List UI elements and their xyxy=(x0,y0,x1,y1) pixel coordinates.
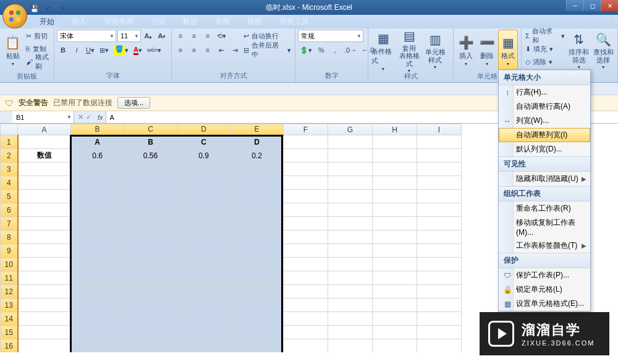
align-right-button[interactable]: ≡ xyxy=(201,44,214,56)
maximize-button[interactable]: ◻ xyxy=(583,0,601,11)
cell[interactable] xyxy=(328,231,373,244)
cell[interactable] xyxy=(231,298,284,312)
column-headers[interactable]: A B C D E F G H I xyxy=(1,124,462,135)
cell[interactable] xyxy=(177,163,231,176)
menu-lock-cell[interactable]: 🔒锁定单元格(L) xyxy=(499,282,590,297)
cell[interactable] xyxy=(328,217,373,231)
cell[interactable] xyxy=(124,285,177,298)
tab-insert[interactable]: 插入 xyxy=(63,15,95,28)
cell[interactable] xyxy=(284,217,328,231)
find-select-button[interactable]: 🔍查找和 选择▼ xyxy=(591,30,615,72)
cell[interactable] xyxy=(284,190,328,203)
align-middle-button[interactable]: ≡ xyxy=(188,30,200,42)
col-header[interactable]: H xyxy=(373,124,417,135)
cell[interactable] xyxy=(231,326,284,339)
menu-default-col[interactable]: 默认列宽(D)... xyxy=(499,142,590,156)
cell[interactable] xyxy=(124,258,177,271)
cell[interactable] xyxy=(71,244,124,258)
row-header[interactable]: 6 xyxy=(1,203,18,217)
row-header[interactable]: 8 xyxy=(1,231,18,244)
col-header[interactable]: F xyxy=(284,124,328,135)
cell[interactable] xyxy=(328,190,373,203)
cell[interactable] xyxy=(373,326,417,339)
cell[interactable] xyxy=(124,190,177,203)
cell[interactable] xyxy=(231,285,284,298)
menu-protect-sheet[interactable]: 🛡保护工作表(P)... xyxy=(499,268,590,282)
cell[interactable] xyxy=(373,190,417,203)
cell[interactable] xyxy=(71,312,124,326)
font-name-combo[interactable]: 宋体▼ xyxy=(57,30,116,42)
col-header[interactable]: E xyxy=(231,124,284,135)
fx-icon[interactable]: fx xyxy=(95,111,106,123)
office-button[interactable] xyxy=(2,4,27,28)
tab-formulas[interactable]: 公式 xyxy=(142,15,174,28)
sort-filter-button[interactable]: ⇅排序和 筛选▼ xyxy=(567,30,591,72)
cell[interactable] xyxy=(373,176,417,190)
cell[interactable] xyxy=(231,203,284,217)
cell[interactable] xyxy=(284,163,328,176)
cell[interactable] xyxy=(71,163,124,176)
cell[interactable] xyxy=(328,163,373,176)
clear-button[interactable]: ◇清除▾ xyxy=(524,56,566,68)
cell[interactable] xyxy=(71,190,124,203)
cell[interactable] xyxy=(18,271,71,285)
cell[interactable] xyxy=(373,339,417,353)
cell[interactable] xyxy=(373,135,417,149)
merge-center-button[interactable]: ⊟合并后居中▾ xyxy=(242,44,292,56)
cell[interactable] xyxy=(373,163,417,176)
cell[interactable] xyxy=(18,258,71,271)
cell[interactable] xyxy=(231,271,284,285)
cell[interactable] xyxy=(284,339,328,353)
cell[interactable] xyxy=(328,298,373,312)
cell[interactable] xyxy=(71,285,124,298)
cell[interactable] xyxy=(231,163,284,176)
cell[interactable] xyxy=(284,285,328,298)
cell[interactable]: D xyxy=(231,135,284,149)
cell[interactable] xyxy=(417,312,462,326)
cell[interactable] xyxy=(18,298,71,312)
cell[interactable] xyxy=(284,231,328,244)
cell[interactable] xyxy=(417,149,462,163)
cell[interactable] xyxy=(231,217,284,231)
cell[interactable] xyxy=(18,285,71,298)
cell[interactable] xyxy=(328,312,373,326)
cell[interactable] xyxy=(231,258,284,271)
cancel-icon[interactable]: ✕ xyxy=(78,113,83,121)
phonetic-button[interactable]: wén▾ xyxy=(145,44,163,56)
cell[interactable] xyxy=(71,203,124,217)
row-header[interactable]: 1 xyxy=(1,135,18,149)
cell[interactable] xyxy=(124,271,177,285)
row-header[interactable]: 4 xyxy=(1,176,18,190)
align-center-button[interactable]: ≡ xyxy=(188,44,200,56)
autosum-button[interactable]: Σ自动求和▾ xyxy=(524,30,566,42)
cell[interactable]: 数值 xyxy=(18,149,71,163)
row-header[interactable]: 13 xyxy=(1,298,18,312)
cell[interactable] xyxy=(373,217,417,231)
cell[interactable] xyxy=(18,135,71,149)
cell[interactable] xyxy=(417,326,462,339)
tab-layout[interactable]: 页面布局 xyxy=(95,15,142,28)
cell[interactable] xyxy=(177,190,231,203)
cell[interactable] xyxy=(284,326,328,339)
cell[interactable] xyxy=(328,135,373,149)
row-header[interactable]: 9 xyxy=(1,244,18,258)
cell[interactable] xyxy=(231,244,284,258)
row-header[interactable]: 10 xyxy=(1,258,18,271)
menu-rename-sheet[interactable]: 重命名工作表(R) xyxy=(499,201,590,216)
cell[interactable] xyxy=(71,339,124,353)
cell[interactable] xyxy=(417,231,462,244)
cell[interactable] xyxy=(71,258,124,271)
cell[interactable]: 0.9 xyxy=(177,149,231,163)
menu-col-width[interactable]: ↔列宽(W)... xyxy=(499,114,590,128)
cell[interactable]: 0.6 xyxy=(71,149,124,163)
cell[interactable] xyxy=(124,326,177,339)
cut-button[interactable]: ✂剪切 xyxy=(25,30,51,42)
cell[interactable] xyxy=(18,326,71,339)
cell[interactable] xyxy=(177,298,231,312)
grow-font-button[interactable]: A▴ xyxy=(142,30,154,42)
cell[interactable] xyxy=(177,312,231,326)
cell[interactable] xyxy=(373,244,417,258)
cell[interactable] xyxy=(231,339,284,353)
cell[interactable] xyxy=(373,271,417,285)
cell[interactable] xyxy=(284,258,328,271)
